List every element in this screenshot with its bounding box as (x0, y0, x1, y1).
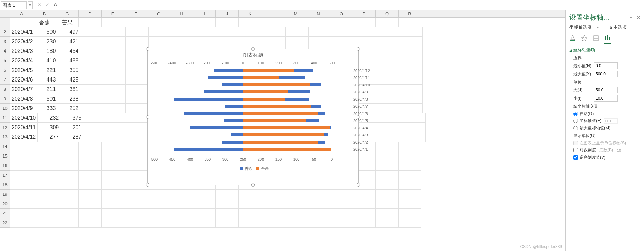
cell[interactable] (10, 180, 33, 190)
cell[interactable] (56, 209, 79, 218)
cell[interactable] (400, 46, 423, 56)
cell[interactable]: 230 (34, 37, 57, 46)
row-header[interactable]: 12 (0, 123, 10, 132)
cell[interactable]: 2020/4/2 (10, 37, 34, 46)
cell[interactable] (240, 27, 263, 37)
cell[interactable]: 497 (57, 27, 80, 37)
column-header[interactable]: J (216, 10, 239, 17)
cell[interactable] (376, 18, 399, 27)
cell[interactable] (399, 180, 421, 190)
cell[interactable] (261, 218, 284, 228)
cell[interactable] (377, 37, 400, 46)
fill-line-icon[interactable] (569, 35, 576, 43)
cell[interactable]: 232 (38, 113, 60, 123)
row-header[interactable]: 3 (0, 37, 10, 46)
cell[interactable]: 333 (34, 104, 57, 113)
pane-options-dropdown[interactable]: ▼ (629, 16, 633, 19)
cell[interactable] (399, 142, 421, 151)
cell[interactable] (377, 65, 400, 75)
cell[interactable]: 2020/4/12 (10, 132, 38, 142)
row-header[interactable]: 9 (0, 94, 10, 104)
cell[interactable] (79, 209, 102, 218)
cell[interactable] (10, 151, 33, 161)
resize-handle[interactable] (357, 183, 360, 187)
cell[interactable] (376, 151, 399, 161)
column-header[interactable]: E (102, 10, 124, 17)
row-header[interactable]: 1 (0, 18, 10, 27)
cell[interactable] (307, 218, 330, 228)
cell[interactable] (56, 190, 79, 199)
cell[interactable] (79, 151, 102, 161)
chart-top-axis[interactable]: -500-400-300-200-1000100200300400500 (154, 61, 351, 68)
cell[interactable] (170, 209, 193, 218)
chart-bar-row[interactable]: 2020/4/1 (154, 147, 351, 154)
chart-legend[interactable]: 香蕉 芒果 (154, 166, 351, 171)
cell[interactable]: 2020/4/3 (10, 46, 34, 56)
cell[interactable]: 421 (57, 37, 80, 46)
cell[interactable] (309, 27, 331, 37)
cell[interactable] (399, 218, 421, 228)
column-header[interactable]: D (79, 10, 102, 17)
cell[interactable] (124, 180, 147, 190)
column-header[interactable]: P (353, 10, 376, 17)
column-header[interactable]: I (193, 10, 216, 17)
cell[interactable] (400, 27, 423, 37)
cell[interactable]: 309 (38, 123, 60, 132)
cell[interactable]: 500 (34, 27, 57, 37)
cell[interactable] (376, 142, 399, 151)
formula-input[interactable] (60, 1, 644, 9)
cell[interactable] (56, 180, 79, 190)
cell[interactable] (307, 199, 330, 209)
cell[interactable] (124, 199, 147, 209)
cell[interactable] (33, 151, 56, 161)
cell[interactable]: 2020/4/11 (10, 123, 38, 132)
row-header[interactable]: 8 (0, 85, 10, 94)
cell[interactable] (307, 190, 330, 199)
cell[interactable]: 355 (57, 65, 80, 75)
cell[interactable]: 221 (34, 65, 57, 75)
chart-bar-row[interactable]: 2020/4/3 (154, 132, 351, 139)
cell[interactable]: 488 (57, 56, 80, 65)
cell[interactable] (106, 132, 129, 142)
cell[interactable] (79, 142, 102, 151)
row-header[interactable]: 18 (0, 180, 10, 190)
cell[interactable]: 211 (34, 85, 57, 94)
cell[interactable] (124, 171, 147, 180)
resize-handle[interactable] (251, 183, 255, 187)
cell[interactable] (103, 85, 126, 94)
cell[interactable] (147, 190, 170, 199)
cell[interactable] (170, 199, 193, 209)
cell[interactable] (102, 180, 124, 190)
cell[interactable] (399, 209, 421, 218)
cell[interactable] (171, 37, 194, 46)
cell[interactable] (80, 65, 103, 75)
cell[interactable] (124, 18, 147, 27)
cross-max-radio[interactable] (573, 126, 578, 130)
cell[interactable]: 2020/4/5 (10, 65, 34, 75)
cell[interactable] (193, 190, 216, 199)
cell[interactable] (284, 218, 307, 228)
cell[interactable] (102, 151, 124, 161)
cell[interactable] (124, 209, 147, 218)
cell[interactable] (80, 85, 103, 94)
cell[interactable]: 201 (60, 123, 83, 132)
cell[interactable]: 454 (57, 46, 80, 56)
cell[interactable] (102, 142, 124, 151)
row-header[interactable]: 16 (0, 161, 10, 171)
cell[interactable] (193, 218, 216, 228)
cell[interactable] (399, 190, 421, 199)
resize-handle[interactable] (146, 183, 149, 187)
cell[interactable] (263, 37, 286, 46)
column-header[interactable]: H (170, 10, 193, 17)
cell[interactable] (33, 190, 56, 199)
cell[interactable] (376, 199, 399, 209)
column-header[interactable]: K (239, 10, 261, 17)
row-header[interactable]: 19 (0, 190, 10, 199)
cell[interactable] (10, 171, 33, 180)
cell[interactable]: 410 (34, 56, 57, 65)
column-header[interactable]: N (307, 10, 330, 17)
row-header[interactable]: 11 (0, 113, 10, 123)
cell[interactable] (353, 18, 376, 27)
cell[interactable]: 2020/4/10 (10, 113, 38, 123)
cell[interactable] (400, 56, 423, 65)
